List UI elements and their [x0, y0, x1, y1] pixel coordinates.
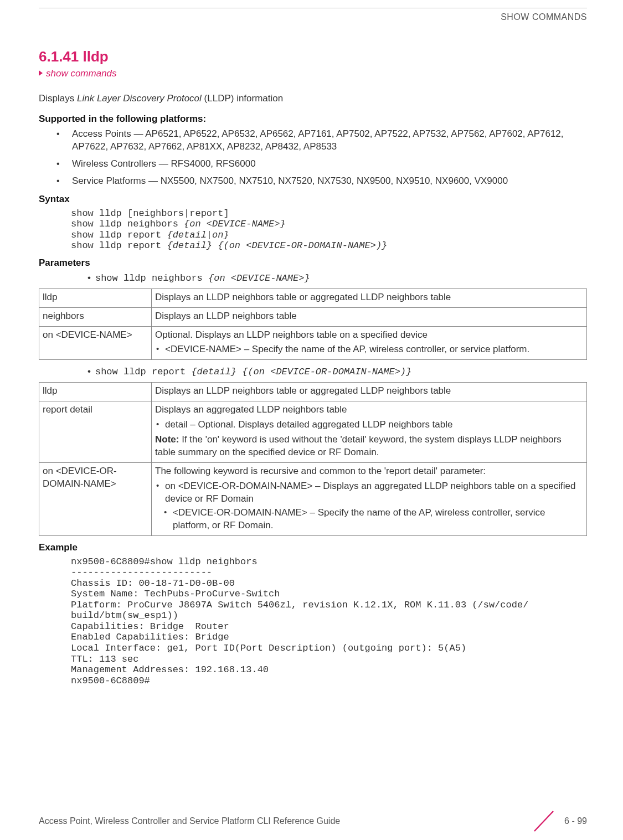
platform-item: Access Points — AP6521, AP6522, AP6532, … — [72, 128, 587, 153]
param-name: lldp — [39, 383, 152, 401]
param-table-2: lldp Displays an LLDP neighbors table or… — [39, 382, 587, 535]
table-row: on <DEVICE-NAME> Optional. Displays an L… — [39, 326, 587, 360]
param-name: on <DEVICE-OR-DOMAIN-NAME> — [39, 463, 152, 536]
breadcrumb[interactable]: show commands — [39, 68, 587, 80]
parameters-heading: Parameters — [39, 257, 587, 270]
param-desc: Displays an aggregated LLDP neighbors ta… — [152, 401, 587, 463]
page-footer: Access Point, Wireless Controller and Se… — [39, 809, 587, 833]
param-name: lldp — [39, 288, 152, 307]
param-name: report detail — [39, 401, 152, 463]
supported-heading: Supported in the following platforms: — [39, 113, 587, 126]
intro-text: Displays Link Layer Discovery Protocol (… — [39, 92, 587, 105]
param-table-1: lldp Displays an LLDP neighbors table or… — [39, 288, 587, 360]
param-name: on <DEVICE-NAME> — [39, 326, 152, 360]
syntax-heading: Syntax — [39, 193, 587, 206]
page-number: 6 - 99 — [564, 815, 587, 827]
example-heading: Example — [39, 542, 587, 554]
param-desc: The following keyword is recursive and c… — [152, 463, 587, 536]
param-command-1: •show lldp neighbors {on <DEVICE-NAME>} — [87, 272, 587, 285]
table-row: report detail Displays an aggregated LLD… — [39, 401, 587, 463]
platform-item: Service Platforms — NX5500, NX7500, NX75… — [72, 175, 587, 188]
svg-line-0 — [534, 811, 553, 831]
platform-list: Access Points — AP6521, AP6522, AP6532, … — [39, 128, 587, 188]
breadcrumb-text: show commands — [46, 68, 117, 79]
header-label: SHOW COMMANDS — [501, 11, 587, 23]
breadcrumb-arrow-icon — [39, 70, 43, 76]
table-row: lldp Displays an LLDP neighbors table or… — [39, 383, 587, 401]
syntax-block: show lldp [neighbors|report] show lldp n… — [71, 208, 587, 251]
example-block: nx9500-6C8809#show lldp neighbors ------… — [71, 556, 587, 687]
param-name: neighbors — [39, 307, 152, 326]
param-desc: Optional. Displays an LLDP neighbors tab… — [152, 326, 587, 360]
footer-title: Access Point, Wireless Controller and Se… — [39, 815, 340, 827]
table-row: lldp Displays an LLDP neighbors table or… — [39, 288, 587, 307]
platform-item: Wireless Controllers — RFS4000, RFS6000 — [72, 158, 587, 171]
table-row: on <DEVICE-OR-DOMAIN-NAME> The following… — [39, 463, 587, 536]
param-command-2: •show lldp report {detail} {(on <DEVICE-… — [87, 365, 587, 379]
param-desc: Displays an LLDP neighbors table — [152, 307, 587, 326]
footer-slash-icon — [530, 809, 558, 833]
section-number: 6.1.41 lldp — [39, 47, 587, 66]
param-desc: Displays an LLDP neighbors table or aggr… — [152, 383, 587, 401]
param-desc: Displays an LLDP neighbors table or aggr… — [152, 288, 587, 307]
table-row: neighbors Displays an LLDP neighbors tab… — [39, 307, 587, 326]
